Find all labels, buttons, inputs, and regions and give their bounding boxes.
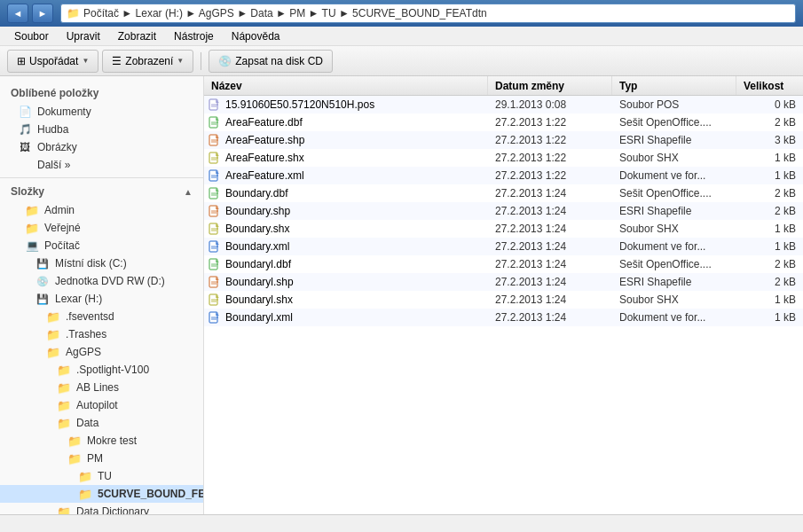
menu-edit[interactable]: Upravit [59,28,107,44]
view-button[interactable]: ☰ Zobrazení ▼ [102,50,193,73]
file-size-8: 1 kB [736,240,803,253]
file-icon-dbf [208,115,222,129]
title-bar: ◄ ► 📁 Počítač ► Lexar (H:) ► AgGPS ► Dat… [0,0,803,27]
favorites-header[interactable]: Oblíbené položky [0,83,203,103]
sidebar-item-lexar[interactable]: 💾 Lexar (H:) [0,290,203,308]
sidebar: Oblíbené položky 📄 Dokumenty 🎵 Hudba 🖼 O… [0,76,204,514]
sidebar-item-pm[interactable]: 📁 PM [0,450,203,467]
sidebar-item-verejne[interactable]: 📁 Veřejné [0,219,203,237]
sidebar-item-aggps[interactable]: 📁 AgGPS [0,343,203,361]
folder-verejne-icon: 📁 [25,221,39,235]
file-type-8: Dokument ve for... [612,240,736,253]
burn-icon: 💿 [218,55,232,67]
file-type-11: Soubor SHX [612,293,736,306]
toolbar: ⊞ Uspořádat ▼ ☰ Zobrazení ▼ 💿 Zapsat na … [0,46,803,76]
sidebar-item-autopilot[interactable]: 📁 Autopilot [0,396,203,414]
sidebar-item-hudba[interactable]: 🎵 Hudba [0,121,203,138]
file-panel: Název Datum změny Typ Velikost 15.91060E… [204,76,803,514]
table-row[interactable]: Boundaryl.xml 27.2.2013 1:24 Dokument ve… [204,309,803,326]
sidebar-item-trashes[interactable]: 📁 .Trashes [0,325,203,343]
sidebar-item-datadictionary[interactable]: 📁 Data Dictionary [0,503,203,514]
sidebar-item-fseventsd[interactable]: 📁 .fseventsd [0,308,203,325]
file-name-7: Boundary.shx [204,222,488,236]
table-row[interactable]: Boundaryl.dbf 27.2.2013 1:24 Sešit OpenO… [204,255,803,273]
sidebar-item-dokumenty[interactable]: 📄 Dokumenty [0,103,203,121]
file-name-9: Boundaryl.dbf [204,257,488,271]
file-name-5: Boundary.dbf [204,186,488,200]
back-button[interactable]: ◄ [7,4,28,23]
folder-trashes-icon: 📁 [46,327,60,341]
sidebar-item-pocitac[interactable]: 💻 Počítač [0,237,203,254]
sidebar-item-tu[interactable]: 📁 TU [0,467,203,485]
folder-datadict-icon: 📁 [57,505,71,514]
file-icon-shp [208,275,222,289]
burn-button[interactable]: 💿 Zapsat na disk CD [209,50,333,73]
document-icon: 📄 [18,105,32,119]
table-row[interactable]: Boundary.shp 27.2.2013 1:24 ESRI Shapefi… [204,202,803,220]
file-name-12: Boundaryl.xml [204,310,488,325]
file-type-10: ESRI Shapefile [612,276,736,288]
menu-help[interactable]: Nápověda [224,28,287,44]
view-icon: ☰ [112,55,122,67]
column-date[interactable]: Datum změny [488,76,612,95]
main-layout: Oblíbené položky 📄 Dokumenty 🎵 Hudba 🖼 O… [0,76,803,514]
folders-toggle[interactable]: ▲ [184,187,193,197]
file-name-1: AreaFeature.dbf [204,115,488,129]
file-icon-dbf [208,186,222,200]
file-list-header: Název Datum změny Typ Velikost [204,76,803,96]
file-date-11: 27.2.2013 1:24 [488,293,612,306]
file-icon-shp [208,204,222,218]
file-date-5: 27.2.2013 1:24 [488,187,612,200]
folder-tu-icon: 📁 [78,469,92,483]
file-name-10: Boundaryl.shp [204,275,488,289]
folders-header[interactable]: Složky ▲ [0,182,203,201]
file-name-11: Boundaryl.shx [204,293,488,307]
file-icon-shx [208,293,222,307]
file-size-5: 2 kB [736,187,803,200]
table-row[interactable]: Boundary.shx 27.2.2013 1:24 Soubor SHX 1… [204,220,803,238]
column-size[interactable]: Velikost [736,76,803,95]
menu-bar: Soubor Upravit Zobrazit Nástroje Nápověd… [0,27,803,46]
file-icon-dbf [208,257,222,271]
table-row[interactable]: Boundary.xml 27.2.2013 1:24 Dokument ve … [204,238,803,255]
table-row[interactable]: AreaFeature.xml 27.2.2013 1:22 Dokument … [204,167,803,184]
table-row[interactable]: AreaFeature.dbf 27.2.2013 1:22 Sešit Ope… [204,113,803,131]
forward-button[interactable]: ► [32,4,53,23]
column-type[interactable]: Typ [612,76,736,95]
menu-file[interactable]: Soubor [7,28,56,44]
file-type-9: Sešit OpenOffice.... [612,258,736,270]
menu-view[interactable]: Zobrazit [111,28,163,44]
sidebar-item-drive-c[interactable]: 💾 Místní disk (C:) [0,254,203,272]
file-date-4: 27.2.2013 1:22 [488,169,612,182]
view-dropdown-arrow: ▼ [177,57,184,65]
file-name-6: Boundary.shp [204,204,488,218]
sidebar-item-5curve[interactable]: 📁 5CURVE_BOUND_FEATdtn [0,485,203,503]
menu-tools[interactable]: Nástroje [167,28,221,44]
sidebar-item-dalsi[interactable]: Další » [0,156,203,174]
sidebar-item-spotlight[interactable]: 📁 .Spotlight-V100 [0,361,203,379]
file-type-4: Dokument ve for... [612,169,736,182]
table-row[interactable]: Boundaryl.shx 27.2.2013 1:24 Soubor SHX … [204,291,803,309]
sidebar-item-admin[interactable]: 📁 Admin [0,201,203,219]
file-size-6: 2 kB [736,205,803,217]
computer-icon: 💻 [25,239,39,253]
column-name[interactable]: Název [204,76,488,95]
file-size-11: 1 kB [736,293,803,306]
sidebar-item-data[interactable]: 📁 Data [0,414,203,432]
table-row[interactable]: AreaFeature.shp 27.2.2013 1:22 ESRI Shap… [204,131,803,149]
drive-c-icon: 💾 [35,256,50,270]
file-type-3: Soubor SHX [612,152,736,164]
arrange-button[interactable]: ⊞ Uspořádat ▼ [7,50,98,73]
file-size-1: 2 kB [736,116,803,129]
table-row[interactable]: Boundary.dbf 27.2.2013 1:24 Sešit OpenOf… [204,184,803,202]
table-row[interactable]: AreaFeature.shx 27.2.2013 1:22 Soubor SH… [204,149,803,167]
sidebar-item-drive-d[interactable]: 💿 Jednotka DVD RW (D:) [0,272,203,290]
address-bar[interactable]: 📁 Počítač ► Lexar (H:) ► AgGPS ► Data ► … [60,4,796,23]
folder-data-icon: 📁 [57,416,71,430]
table-row[interactable]: 15.91060E50.57120N510H.pos 29.1.2013 0:0… [204,96,803,113]
sidebar-item-mokre[interactable]: 📁 Mokre test [0,432,203,450]
file-type-0: Soubor POS [612,98,736,111]
sidebar-item-obrazky[interactable]: 🖼 Obrázky [0,138,203,156]
sidebar-item-ablines[interactable]: 📁 AB Lines [0,379,203,396]
table-row[interactable]: Boundaryl.shp 27.2.2013 1:24 ESRI Shapef… [204,273,803,291]
